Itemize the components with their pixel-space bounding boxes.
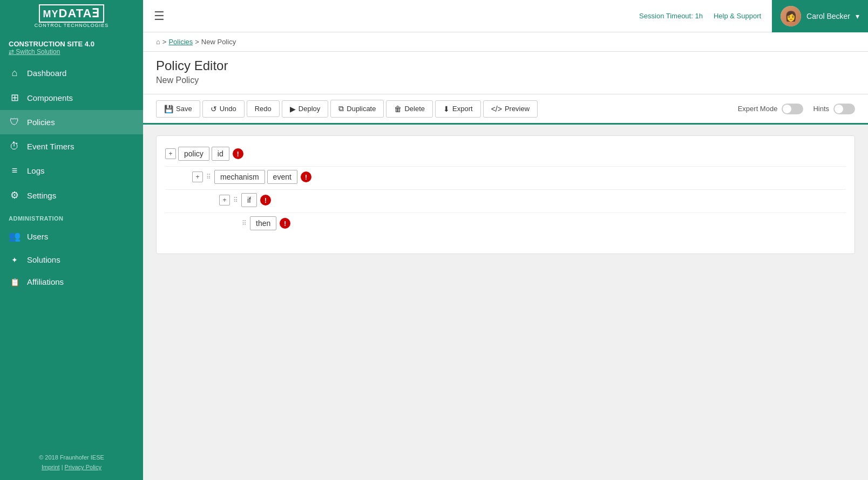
dashboard-icon: ⌂ <box>9 67 21 79</box>
sidebar-item-affiliations-label: Affiliations <box>27 277 64 286</box>
breadcrumb-current: New Policy <box>201 38 236 46</box>
undo-button[interactable]: ↺ Undo <box>202 100 245 118</box>
preview-icon: </> <box>491 105 502 113</box>
logo-subtitle: CONTROL TECHNOLOGIES <box>35 23 109 28</box>
user-menu[interactable]: 👩 Carol Becker ▾ <box>772 0 868 32</box>
avatar: 👩 <box>781 6 801 26</box>
admin-section-label: ADMINISTRATION <box>0 208 143 224</box>
duplicate-button[interactable]: ⧉ Duplicate <box>330 100 384 118</box>
sidebar-item-dashboard[interactable]: ⌂ Dashboard <box>0 61 143 85</box>
delete-icon: 🗑 <box>394 105 402 113</box>
policy-id-tag[interactable]: id <box>212 147 229 161</box>
policies-icon: 🛡 <box>9 116 21 128</box>
sidebar-item-settings[interactable]: ⚙ Settings <box>0 183 143 208</box>
solutions-icon: ✦ <box>9 256 21 264</box>
site-info: CONSTRUCTION SITE 4.0 ⇄ Switch Solution <box>0 32 143 61</box>
breadcrumb: ⌂ > Policies > New Policy <box>143 32 868 52</box>
policy-expand-button[interactable]: + <box>165 148 176 159</box>
logs-icon: ≡ <box>9 165 21 176</box>
duplicate-icon: ⧉ <box>338 104 344 113</box>
policy-canvas: + policy id ! + ⠿ mechanism event ! <box>156 135 855 254</box>
then-error-icon: ! <box>280 218 290 229</box>
preview-button[interactable]: </> Preview <box>483 100 538 118</box>
settings-icon: ⚙ <box>9 189 21 201</box>
help-support-link[interactable]: Help & Support <box>714 12 772 20</box>
policy-node-row: + policy id ! <box>165 147 846 161</box>
sidebar-item-solutions-label: Solutions <box>27 255 60 264</box>
user-name: Carol Becker <box>806 12 850 20</box>
sidebar-item-users[interactable]: 👥 Users <box>0 224 143 249</box>
sidebar-item-logs-label: Logs <box>27 166 45 175</box>
then-drag-handle[interactable]: ⠿ <box>241 220 248 227</box>
if-tag[interactable]: if <box>241 193 257 207</box>
expert-mode-group: Expert Mode <box>738 104 804 114</box>
affiliations-icon: 📋 <box>9 278 21 286</box>
sidebar-item-event-timers-label: Event Timers <box>27 142 74 151</box>
export-button[interactable]: ⬇ Export <box>435 100 481 118</box>
site-name: CONSTRUCTION SITE 4.0 <box>9 40 134 48</box>
menu-toggle-button[interactable]: ☰ <box>143 9 175 23</box>
if-expand-button[interactable]: + <box>219 195 230 205</box>
mechanism-drag-handle[interactable]: ⠿ <box>205 173 212 181</box>
layout: CONSTRUCTION SITE 4.0 ⇄ Switch Solution … <box>0 32 868 480</box>
save-icon: 💾 <box>164 105 173 113</box>
sidebar-item-components-label: Components <box>27 93 73 102</box>
switch-solution-link[interactable]: ⇄ Switch Solution <box>9 48 134 56</box>
if-error-icon: ! <box>260 195 271 205</box>
main-content: ⌂ > Policies > New Policy Policy Editor … <box>143 32 868 480</box>
then-node-row: ⠿ then ! <box>241 216 846 230</box>
save-button[interactable]: 💾 Save <box>156 100 200 118</box>
home-icon[interactable]: ⌂ <box>156 38 160 46</box>
delete-button[interactable]: 🗑 Delete <box>386 100 433 118</box>
components-icon: ⊞ <box>9 92 21 104</box>
expert-mode-label: Expert Mode <box>738 105 778 113</box>
logo-brand: MYDATAƎ <box>39 4 105 23</box>
page-subtitle: New Policy <box>156 76 855 85</box>
sidebar-item-logs[interactable]: ≡ Logs <box>0 159 143 183</box>
sidebar-item-event-timers[interactable]: ⏱ Event Timers <box>0 134 143 159</box>
deploy-button[interactable]: ▶ Deploy <box>282 100 328 118</box>
sidebar-footer: © 2018 Fraunhofer IESE Imprint | Privacy… <box>0 445 143 480</box>
sidebar-item-components[interactable]: ⊞ Components <box>0 85 143 110</box>
page-title: Policy Editor <box>156 58 855 73</box>
mechanism-expand-button[interactable]: + <box>192 172 203 182</box>
mechanism-error-icon: ! <box>301 172 311 182</box>
then-tag[interactable]: then <box>250 216 276 230</box>
sidebar-item-policies-label: Policies <box>27 118 55 127</box>
hints-label: Hints <box>813 105 829 113</box>
page-header: Policy Editor New Policy <box>143 52 868 94</box>
export-icon: ⬇ <box>443 105 450 113</box>
sidebar-item-settings-label: Settings <box>27 191 56 200</box>
toolbar: 💾 Save ↺ Undo Redo ▶ Deploy ⧉ Duplicate … <box>143 94 868 125</box>
event-tag[interactable]: event <box>267 170 297 184</box>
privacy-policy-link[interactable]: Privacy Policy <box>65 464 101 470</box>
sidebar-item-solutions[interactable]: ✦ Solutions <box>0 249 143 271</box>
breadcrumb-sep2: > <box>195 38 199 46</box>
mechanism-tag[interactable]: mechanism <box>214 170 265 184</box>
undo-icon: ↺ <box>211 105 217 113</box>
sidebar: CONSTRUCTION SITE 4.0 ⇄ Switch Solution … <box>0 32 143 480</box>
user-dropdown-icon: ▾ <box>856 12 859 20</box>
users-icon: 👥 <box>9 230 21 242</box>
footer-copyright: © 2018 Fraunhofer IESE <box>9 452 134 463</box>
breadcrumb-sep1: > <box>162 38 167 46</box>
sidebar-nav: ⌂ Dashboard ⊞ Components 🛡 Policies ⏱ Ev… <box>0 61 143 445</box>
sidebar-item-dashboard-label: Dashboard <box>27 68 66 78</box>
expert-mode-toggle[interactable] <box>782 104 803 114</box>
breadcrumb-policies-link[interactable]: Policies <box>168 38 193 46</box>
sidebar-item-affiliations[interactable]: 📋 Affiliations <box>0 271 143 293</box>
sidebar-item-users-label: Users <box>27 232 48 241</box>
if-drag-handle[interactable]: ⠿ <box>232 196 239 204</box>
editor-area: + policy id ! + ⠿ mechanism event ! <box>143 125 868 480</box>
event-timers-icon: ⏱ <box>9 141 21 152</box>
hints-toggle[interactable] <box>833 104 855 114</box>
if-node-row: + ⠿ if ! <box>219 193 846 207</box>
imprint-link[interactable]: Imprint <box>42 464 60 470</box>
sidebar-item-policies[interactable]: 🛡 Policies <box>0 110 143 134</box>
policy-tag[interactable]: policy <box>178 147 209 161</box>
logo: MYDATAƎ CONTROL TECHNOLOGIES <box>0 0 143 32</box>
policy-error-icon: ! <box>233 148 243 159</box>
deploy-icon: ▶ <box>290 105 296 113</box>
redo-button[interactable]: Redo <box>247 100 280 117</box>
hints-group: Hints <box>813 104 855 114</box>
